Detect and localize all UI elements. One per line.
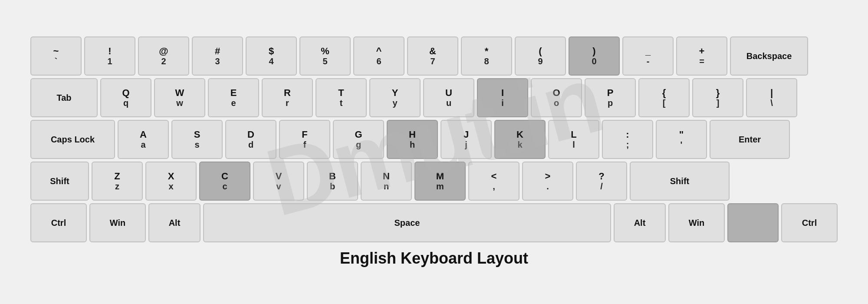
key-r[interactable]: Rr — [262, 78, 313, 117]
key-5[interactable]: %5 — [299, 36, 351, 76]
key-bottom-y: y — [392, 98, 397, 108]
keyboard-row-row2: TabQqWwEeRrTtYyUuIiOoPp{[}]|\ — [30, 78, 838, 117]
key-top-l: L — [571, 129, 576, 140]
keyboard-row-row1: ~`!1@2#3$4%5^6&7*8(9)0_-+=Backspace — [30, 36, 838, 76]
key-backslash[interactable]: |\ — [746, 78, 797, 117]
key-3[interactable]: #3 — [192, 36, 243, 76]
key-bottom-x: x — [168, 182, 173, 191]
key-c[interactable]: Cc — [199, 162, 250, 201]
key-n[interactable]: Nn — [361, 162, 412, 201]
key-bottom-l: l — [572, 140, 575, 149]
key-w[interactable]: Ww — [154, 78, 205, 117]
key-top-x: X — [168, 171, 174, 182]
key-alt-r[interactable]: Alt — [614, 203, 666, 242]
key-menu[interactable] — [727, 203, 779, 242]
key-equals[interactable]: += — [676, 36, 727, 76]
key-top-i: I — [501, 88, 504, 98]
key-top-6: ^ — [376, 46, 382, 56]
key-y[interactable]: Yy — [369, 78, 421, 117]
key-j[interactable]: Jj — [441, 120, 492, 159]
key-bottom-7: 7 — [430, 56, 435, 66]
key-1[interactable]: !1 — [84, 36, 135, 76]
key-label-space: Space — [395, 218, 420, 228]
key-e[interactable]: Ee — [208, 78, 259, 117]
key-period[interactable]: >. — [522, 162, 573, 201]
key-minus[interactable]: _- — [622, 36, 674, 76]
key-enter[interactable]: Enter — [710, 120, 790, 159]
key-s[interactable]: Ss — [171, 120, 223, 159]
key-lbracket[interactable]: {[ — [638, 78, 690, 117]
key-semicolon[interactable]: :; — [602, 120, 653, 159]
key-comma[interactable]: <, — [468, 162, 519, 201]
key-bottom-p: p — [608, 98, 613, 108]
key-tilde[interactable]: ~` — [30, 36, 82, 76]
key-bottom-n: n — [384, 182, 389, 191]
key-o[interactable]: Oo — [531, 78, 582, 117]
key-g[interactable]: Gg — [333, 120, 384, 159]
key-i[interactable]: Ii — [477, 78, 528, 117]
key-top-w: W — [175, 88, 184, 98]
key-x[interactable]: Xx — [145, 162, 197, 201]
key-f[interactable]: Ff — [279, 120, 330, 159]
key-slash[interactable]: ?/ — [576, 162, 627, 201]
key-bottom-2: 2 — [161, 56, 166, 66]
key-top-2: @ — [159, 46, 168, 56]
key-alt-l[interactable]: Alt — [148, 203, 201, 242]
key-ctrl-l[interactable]: Ctrl — [30, 203, 87, 242]
key-bottom-h: h — [410, 140, 415, 149]
key-k[interactable]: Kk — [494, 120, 546, 159]
key-top-q: Q — [122, 88, 129, 98]
key-8[interactable]: *8 — [461, 36, 512, 76]
key-tab[interactable]: Tab — [30, 78, 98, 117]
key-space[interactable]: Space — [203, 203, 611, 242]
key-bottom-c: c — [222, 182, 227, 191]
key-z[interactable]: Zz — [92, 162, 143, 201]
key-top-g: G — [355, 129, 362, 140]
key-bottom-8: 8 — [484, 56, 489, 66]
key-p[interactable]: Pp — [585, 78, 636, 117]
key-top-quote: " — [679, 129, 684, 140]
key-u[interactable]: Uu — [423, 78, 474, 117]
key-top-j: J — [464, 129, 469, 140]
key-win-l[interactable]: Win — [89, 203, 146, 242]
key-bottom-equals: = — [699, 56, 704, 66]
key-label-tab: Tab — [56, 93, 71, 103]
key-h[interactable]: Hh — [387, 120, 438, 159]
key-bottom-lbracket: [ — [663, 98, 666, 108]
key-m[interactable]: Mm — [414, 162, 466, 201]
keyboard: ~`!1@2#3$4%5^6&7*8(9)0_-+=BackspaceTabQq… — [30, 36, 838, 242]
key-top-m: M — [436, 171, 444, 182]
key-shift-l[interactable]: Shift — [30, 162, 89, 201]
key-v[interactable]: Vv — [253, 162, 304, 201]
key-win-r[interactable]: Win — [668, 203, 725, 242]
key-6[interactable]: ^6 — [353, 36, 404, 76]
key-top-backslash: | — [770, 88, 773, 98]
key-0[interactable]: )0 — [569, 36, 620, 76]
key-bottom-i: i — [501, 98, 504, 108]
key-backspace[interactable]: Backspace — [730, 36, 808, 76]
key-quote[interactable]: "' — [656, 120, 707, 159]
key-t[interactable]: Tt — [316, 78, 367, 117]
key-top-t: T — [338, 88, 344, 98]
key-top-o: O — [552, 88, 560, 98]
key-2[interactable]: @2 — [138, 36, 189, 76]
key-bottom-r: r — [286, 98, 289, 108]
key-bottom-3: 3 — [215, 56, 220, 66]
key-capslock[interactable]: Caps Lock — [30, 120, 115, 159]
key-rbracket[interactable]: }] — [692, 78, 743, 117]
key-l[interactable]: Ll — [548, 120, 599, 159]
key-q[interactable]: Qq — [100, 78, 151, 117]
key-shift-r[interactable]: Shift — [630, 162, 730, 201]
key-4[interactable]: $4 — [246, 36, 297, 76]
key-9[interactable]: (9 — [515, 36, 566, 76]
key-ctrl-r[interactable]: Ctrl — [781, 203, 838, 242]
key-7[interactable]: &7 — [407, 36, 458, 76]
key-bottom-minus: - — [647, 56, 650, 66]
key-a[interactable]: Aa — [118, 120, 169, 159]
key-b[interactable]: Bb — [307, 162, 358, 201]
key-d[interactable]: Dd — [225, 120, 276, 159]
key-top-tilde: ~ — [53, 46, 59, 56]
key-top-equals: + — [699, 46, 705, 56]
key-top-r: R — [284, 88, 291, 98]
keyboard-container: Dmut.in ~`!1@2#3$4%5^6&7*8(9)0_-+=Backsp… — [17, 28, 851, 276]
